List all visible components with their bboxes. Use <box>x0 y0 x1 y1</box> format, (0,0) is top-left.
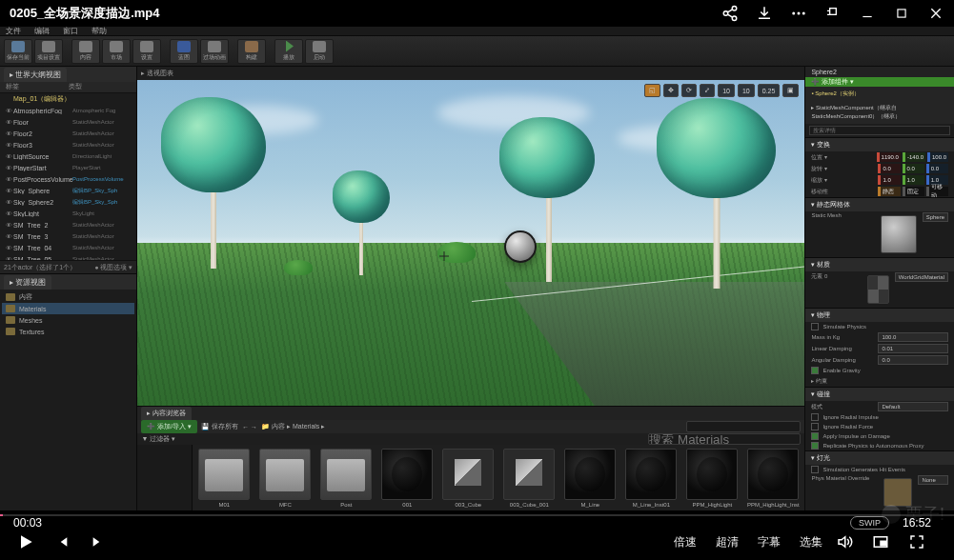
menu-help[interactable]: 帮助 <box>91 26 107 36</box>
loc-y[interactable]: -140.0 <box>903 152 925 162</box>
asset-item[interactable]: M_Line_Inst01 <box>623 449 679 508</box>
mob-static[interactable]: 静态 <box>878 187 900 196</box>
asset-item[interactable]: Post <box>318 449 374 508</box>
vp-scale-icon[interactable]: ⤢ <box>700 84 715 97</box>
maximize-icon[interactable] <box>893 5 910 22</box>
tb-project[interactable]: 项目设置 <box>34 39 63 64</box>
component-row[interactable]: ▸ StaticMeshComponent（继承自StaticMeshCompo… <box>805 101 954 124</box>
mesh-dropdown[interactable]: Sphere <box>923 212 948 222</box>
ang-damp-field[interactable]: 0.0 <box>878 355 948 365</box>
asset-item[interactable]: M_Line <box>562 449 618 508</box>
rot-y[interactable]: 0.0 <box>903 164 924 173</box>
cb-save-all[interactable]: 💾 保存所有 <box>201 422 238 431</box>
level-viewport[interactable]: ◱ ✥ ⟳ ⤢ 10 10 0.25 ▣ <box>137 80 804 406</box>
section-physics[interactable]: ▾ 物理 <box>805 309 954 322</box>
download-icon[interactable] <box>756 5 773 22</box>
more-icon[interactable] <box>790 5 807 22</box>
section-materials[interactable]: ▾ 材质 <box>805 258 954 271</box>
outliner-item[interactable]: 👁SM_Tree_04StaticMeshActor <box>0 242 136 253</box>
outliner-item[interactable]: 👁PlayerStartPlayerStart <box>0 162 136 173</box>
menu-window[interactable]: 窗口 <box>63 26 78 36</box>
asset-item[interactable]: MFC <box>257 449 313 508</box>
outliner-item[interactable]: 👁SM_Tree_2StaticMeshActor <box>0 219 136 230</box>
sources-tab[interactable]: ▸ 资源视图 <box>4 275 51 290</box>
swip-badge[interactable]: SWIP <box>850 516 889 530</box>
episodes-button[interactable]: 选集 <box>800 534 822 550</box>
physmat-dropdown[interactable]: None <box>918 475 948 485</box>
cb-add-button[interactable]: ➕ 添加/导入 ▾ <box>141 420 197 433</box>
close-icon[interactable] <box>927 5 944 22</box>
vp-snap-scale[interactable]: 0.25 <box>758 84 781 97</box>
view-options[interactable]: ● 视图选项 ▾ <box>94 263 132 271</box>
loc-x[interactable]: 1190.0 <box>877 152 901 162</box>
section-collision[interactable]: ▾ 碰撞 <box>805 388 954 401</box>
asset-item[interactable]: 003_Cube_001 <box>501 449 557 508</box>
tb-settings[interactable]: 设置 <box>132 39 161 64</box>
section-static-mesh[interactable]: ▾ 静态网格体 <box>805 198 954 211</box>
outliner-item[interactable]: 👁Floor2StaticMeshActor <box>0 128 136 139</box>
asset-item[interactable]: PPM_HighLight <box>684 449 740 508</box>
asset-item[interactable]: M01 <box>196 449 252 508</box>
viewport-tab[interactable]: ▸ 透视图表 <box>141 69 173 78</box>
outliner-item[interactable]: 👁Sky_Sphere编辑BP_Sky_Sph <box>0 185 136 196</box>
tb-build[interactable]: 构建 <box>237 39 266 64</box>
mass-field[interactable]: 100.0 <box>878 332 948 342</box>
section-transform[interactable]: ▾ 变换 <box>805 138 954 151</box>
checkbox[interactable] <box>811 423 819 430</box>
cb-asset-grid[interactable]: M01MFCPost001003_Cube003_Cube_001M_LineM… <box>193 445 804 510</box>
outliner-item[interactable]: 👁Sky_Sphere2编辑BP_Sky_Sph <box>0 196 136 208</box>
breadcrumb[interactable]: 📁 内容 ▸ Materials ▸ <box>261 422 325 431</box>
mat-thumb[interactable] <box>867 275 889 304</box>
prev-button[interactable] <box>50 530 74 554</box>
lin-damp-field[interactable]: 0.01 <box>878 344 948 353</box>
folder-row[interactable]: Meshes <box>2 314 134 326</box>
outliner-item[interactable]: 👁Floor3StaticMeshActor <box>0 139 136 150</box>
details-search[interactable] <box>809 126 950 135</box>
mob-stationary[interactable]: 固定 <box>903 187 924 196</box>
tb-save[interactable]: 保存当前 <box>4 39 32 64</box>
loc-z[interactable]: 100.0 <box>927 152 948 162</box>
pip-icon[interactable] <box>868 530 893 554</box>
asset-item[interactable]: PPM_HighLight_Inst <box>745 449 801 508</box>
volume-icon[interactable] <box>832 530 857 554</box>
vp-select-icon[interactable]: ◱ <box>644 84 660 97</box>
checkbox[interactable] <box>811 432 819 440</box>
outliner-item[interactable]: 👁LightSourceDirectionalLight <box>0 150 136 162</box>
tb-launch[interactable]: 启动 <box>305 39 334 64</box>
outliner-item[interactable]: 👁AtmosphericFogAtmospheric Fog <box>0 105 136 116</box>
folder-row[interactable]: Textures <box>2 326 134 337</box>
subtitle-button[interactable]: 字幕 <box>758 534 781 550</box>
outliner-item[interactable]: 👁SkyLightSkyLight <box>0 208 136 219</box>
outliner-item[interactable]: 👁SM_Tree_05StaticMeshActor <box>0 253 136 260</box>
share-icon[interactable] <box>721 5 739 22</box>
section-lighting[interactable]: ▾ 灯光 <box>805 451 954 465</box>
outliner-item[interactable]: 👁SM_Tree_3StaticMeshActor <box>0 230 136 242</box>
world-row[interactable]: Map_01（编辑器） <box>0 93 136 105</box>
asset-item[interactable]: 003_Cube <box>440 449 496 508</box>
cb-filter[interactable]: ▼ 过滤器 ▾ <box>141 434 175 444</box>
vp-translate-icon[interactable]: ✥ <box>663 84 679 97</box>
fullscreen-icon[interactable] <box>904 530 929 554</box>
outliner-item[interactable]: 👁PostProcessVolumePostProcessVolume <box>0 173 136 185</box>
cb-tab[interactable]: ▸ 内容浏览器 <box>141 407 192 420</box>
tb-blueprint[interactable]: 蓝图 <box>170 39 198 64</box>
details-tab[interactable]: Sphere2 <box>805 67 954 77</box>
scale-y[interactable]: 1.0 <box>903 175 924 185</box>
minimize-icon[interactable] <box>859 5 876 22</box>
physmat-thumb[interactable] <box>883 478 912 507</box>
asset-item[interactable]: 001 <box>379 449 435 508</box>
tb-play[interactable]: 播放 <box>274 39 303 64</box>
vp-rotate-icon[interactable]: ⟳ <box>681 84 697 97</box>
quality-button[interactable]: 超清 <box>716 534 739 550</box>
tb-content[interactable]: 内容 <box>71 39 100 64</box>
vp-snap-grid[interactable]: 10 <box>718 84 735 97</box>
menu-edit[interactable]: 编辑 <box>34 26 50 36</box>
checkbox[interactable] <box>811 367 819 374</box>
cb-search-input[interactable] <box>686 421 801 432</box>
tb-cinematics[interactable]: 过场动画 <box>200 39 229 64</box>
rot-x[interactable]: 0.0 <box>878 164 900 173</box>
mat-dropdown[interactable]: WorldGridMaterial <box>895 272 948 282</box>
constraints-toggle[interactable]: ▸ 约束 <box>811 377 878 386</box>
speed-button[interactable]: 倍速 <box>674 534 697 550</box>
scale-x[interactable]: 1.0 <box>878 175 900 185</box>
